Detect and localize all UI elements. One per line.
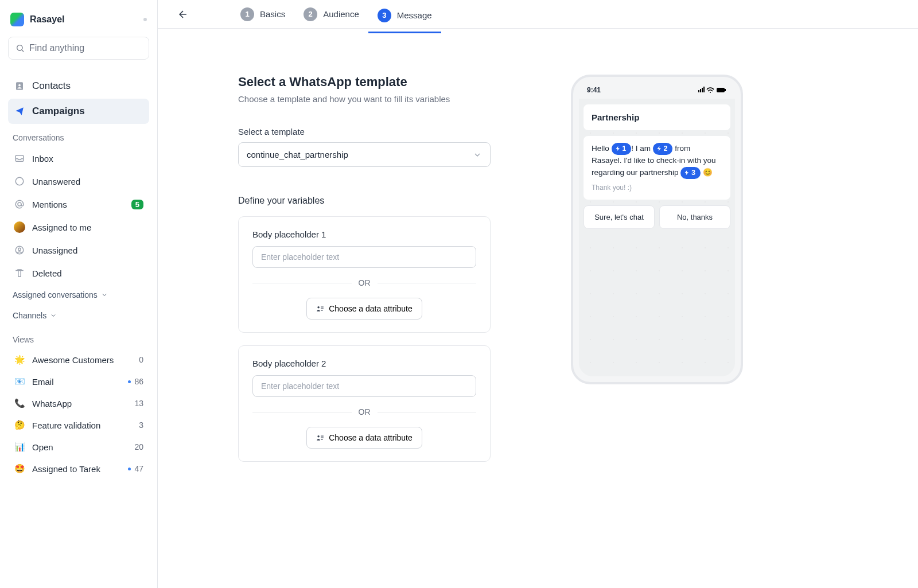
view-label: Email xyxy=(32,377,54,387)
nav-deleted[interactable]: Deleted xyxy=(8,262,149,285)
nav-campaigns[interactable]: Campaigns xyxy=(8,99,149,124)
svg-rect-10 xyxy=(698,90,699,92)
phone-status-icons xyxy=(698,87,727,94)
contacts-icon xyxy=(14,80,25,92)
preview-column: 9:41 Partnership Hello 1! I am 2 from Ra… xyxy=(571,75,743,565)
wizard-step-audience[interactable]: 2 Audience xyxy=(294,3,368,26)
placeholder-input[interactable] xyxy=(252,246,476,268)
choose-attribute-button[interactable]: Choose a data attribute xyxy=(306,298,422,320)
page-subtitle: Choose a template and how you want to fi… xyxy=(238,94,491,104)
attribute-icon xyxy=(316,305,324,313)
view-label: Assigned to Tarek xyxy=(32,464,100,474)
preview-message: Hello 1! I am 2 from Rasayel. I'd like t… xyxy=(584,136,730,200)
topbar: 1 Basics2 Audience3 Message xyxy=(158,0,918,29)
chevron-down-icon xyxy=(473,150,482,159)
arrow-left-icon xyxy=(177,9,189,20)
view-item[interactable]: 📞 WhatsApp 13 xyxy=(8,392,149,414)
expander-label: Channels xyxy=(13,311,46,320)
select-value: continue_chat_partnership xyxy=(247,150,348,159)
form-column: Select a WhatsApp template Choose a temp… xyxy=(238,75,491,565)
search-input[interactable]: Find anything xyxy=(8,37,149,60)
step-label: Basics xyxy=(260,9,285,19)
view-item[interactable]: 🌟 Awesome Customers 0 xyxy=(8,349,149,371)
preview-button-2[interactable]: No, thanks xyxy=(659,205,730,229)
variable-pill-1: 1 xyxy=(612,143,632,155)
main: 1 Basics2 Audience3 Message Select a Wha… xyxy=(158,0,918,588)
svg-rect-12 xyxy=(702,88,703,92)
section-views: Views xyxy=(8,326,149,349)
nav-assigned-to-me[interactable]: Assigned to me xyxy=(8,216,149,239)
brand-row: Rasayel xyxy=(8,9,149,37)
brand-logo xyxy=(10,13,24,26)
view-count: 86 xyxy=(128,377,143,386)
inbox-icon xyxy=(14,153,25,164)
view-count: 47 xyxy=(128,464,143,473)
expander-label: Assigned conversations xyxy=(13,290,98,299)
attribute-icon xyxy=(316,434,324,442)
placeholder-card: Body placeholder 2 OR Choose a data attr… xyxy=(238,345,491,462)
nav-unassigned[interactable]: Unassigned xyxy=(8,239,149,262)
wizard-step-basics[interactable]: 1 Basics xyxy=(231,3,294,26)
nav-label: Deleted xyxy=(32,268,62,278)
svg-rect-11 xyxy=(700,89,701,92)
svg-point-2 xyxy=(18,84,21,87)
preview-header: Partnership xyxy=(584,104,730,130)
unanswered-icon xyxy=(14,176,25,187)
phone-time: 9:41 xyxy=(587,86,601,94)
svg-rect-16 xyxy=(725,89,726,91)
svg-point-5 xyxy=(18,203,21,206)
unread-dot xyxy=(128,380,131,383)
expander-assigned-conversations[interactable]: Assigned conversations xyxy=(8,285,149,305)
svg-rect-13 xyxy=(703,87,705,92)
preview-button-1[interactable]: Sure, let's chat xyxy=(584,205,655,229)
view-label: Feature validation xyxy=(32,420,100,430)
variable-pill-3: 3 xyxy=(680,167,701,179)
nav-label: Campaigns xyxy=(32,106,85,117)
nav-label: Inbox xyxy=(32,154,53,163)
card-title: Body placeholder 2 xyxy=(252,359,476,368)
svg-rect-15 xyxy=(717,88,725,92)
mentions-icon xyxy=(14,198,25,210)
placeholder-card: Body placeholder 1 OR Choose a data attr… xyxy=(238,216,491,333)
view-count: 0 xyxy=(139,355,143,364)
nav-label: Assigned to me xyxy=(32,223,91,232)
view-item[interactable]: 📧 Email 86 xyxy=(8,371,149,392)
view-item[interactable]: 📊 Open 20 xyxy=(8,436,149,458)
or-divider: OR xyxy=(252,278,476,287)
back-button[interactable] xyxy=(174,5,192,24)
view-item[interactable]: 🤩 Assigned to Tarek 47 xyxy=(8,458,149,480)
select-template-label: Select a template xyxy=(238,127,491,137)
status-dot xyxy=(143,18,147,21)
nav-label: Unanswered xyxy=(32,177,80,186)
expander-channels[interactable]: Channels xyxy=(8,305,149,326)
svg-point-9 xyxy=(318,435,320,438)
step-label: Audience xyxy=(323,9,359,19)
svg-point-8 xyxy=(318,306,320,309)
step-label: Message xyxy=(397,10,432,20)
view-label: Open xyxy=(32,442,53,452)
template-select[interactable]: continue_chat_partnership xyxy=(238,142,491,167)
section-conversations: Conversations xyxy=(8,124,149,147)
svg-point-14 xyxy=(710,92,711,93)
choose-attribute-button[interactable]: Choose a data attribute xyxy=(306,427,422,449)
brand-name: Rasayel xyxy=(30,14,65,25)
nav-unanswered[interactable]: Unanswered xyxy=(8,170,149,193)
chevron-down-icon xyxy=(101,291,108,298)
nav-label: Contacts xyxy=(32,80,71,92)
unread-dot xyxy=(128,468,131,470)
or-divider: OR xyxy=(252,407,476,416)
nav-contacts[interactable]: Contacts xyxy=(8,73,149,99)
nav-inbox[interactable]: Inbox xyxy=(8,147,149,170)
phone-statusbar: 9:41 xyxy=(579,85,735,99)
placeholder-input[interactable] xyxy=(252,375,476,397)
campaigns-icon xyxy=(14,106,25,117)
nav-label: Mentions xyxy=(32,200,67,209)
view-count: 20 xyxy=(134,442,143,451)
nav-mentions[interactable]: Mentions 5 xyxy=(8,193,149,216)
view-label: Awesome Customers xyxy=(32,355,114,365)
view-label: WhatsApp xyxy=(32,399,72,408)
nav-label: Unassigned xyxy=(32,246,77,255)
unassigned-icon xyxy=(14,244,25,256)
svg-point-7 xyxy=(18,248,21,251)
view-item[interactable]: 🤔 Feature validation 3 xyxy=(8,414,149,436)
